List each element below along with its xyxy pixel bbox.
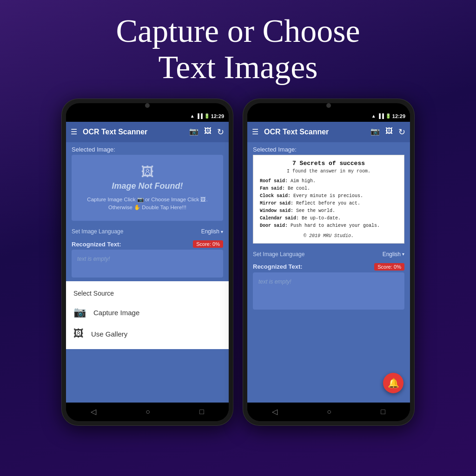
text-area-right: text is empty! <box>253 272 404 310</box>
screen-content-left: Selected Image: 🖼 Image Not Found! Captu… <box>66 142 229 403</box>
use-gallery-label: Use Gallery <box>91 330 127 338</box>
camera-icon-left[interactable]: 📷 <box>189 127 198 137</box>
language-dropdown-right[interactable]: English ▾ <box>383 251 404 258</box>
ocr-quotes: Roof said: Aim high. Fan said: Be cool. … <box>260 178 397 230</box>
use-gallery-item[interactable]: 🖼 Use Gallery <box>66 323 229 344</box>
image-area-left[interactable]: 🖼 Image Not Found! Capture Image Click 📷… <box>72 155 223 221</box>
recog-label-right: Recognized Text: <box>253 263 303 270</box>
chevron-down-icon-right: ▾ <box>402 251 404 257</box>
app-title-left: OCR Text Scanner <box>83 128 189 136</box>
headline-line1: Capture or Choose <box>116 13 360 49</box>
text-placeholder-right: text is empty! <box>258 278 291 285</box>
app-title-right: OCR Text Scanner <box>264 128 370 136</box>
language-label-right: Set Image Language <box>253 251 304 258</box>
camera-icon-bs: 📷 <box>73 306 86 318</box>
menu-icon-left[interactable]: ☰ <box>71 127 77 136</box>
quote-3: Clock said: Every minute is precious. <box>260 192 397 200</box>
app-bar-right: ☰ OCR Text Scanner 📷 🖼 ↻ <box>247 122 410 142</box>
signal-icon-right: ▐▐ <box>377 113 384 119</box>
status-icons-left: ▲ ▐▐ 🔋 12:29 <box>190 113 224 119</box>
selected-image-label-right: Selected Image: <box>247 142 410 155</box>
recog-header-right: Recognized Text: Score: 0% <box>247 261 410 272</box>
language-dropdown-left[interactable]: English ▾ <box>201 228 223 235</box>
language-row-left: Set Image Language English ▾ <box>66 225 229 238</box>
wifi-icon-right: ▲ <box>371 113 376 119</box>
ocr-image-content: 7 Secrets of success I found the answer … <box>253 155 404 244</box>
language-value-left: English <box>201 228 219 235</box>
quote-6: Calendar said: Be up-to-date. <box>260 215 397 222</box>
gallery-icon-right[interactable]: 🖼 <box>385 127 393 137</box>
phones-container: ▲ ▐▐ 🔋 12:29 ☰ OCR Text Scanner 📷 🖼 ↻ Se… <box>61 99 415 426</box>
recog-label-left: Recognized Text: <box>72 241 121 248</box>
language-label-left: Set Image Language <box>72 228 123 235</box>
app-bar-left: ☰ OCR Text Scanner 📷 🖼 ↻ <box>66 122 229 142</box>
recog-header-left: Recognized Text: Score: 0% <box>66 238 229 250</box>
nav-bar-right: ◁ ○ □ <box>247 403 410 421</box>
recents-btn-right[interactable]: □ <box>381 408 385 416</box>
capture-image-label: Capture Image <box>93 309 139 317</box>
refresh-icon-left[interactable]: ↻ <box>217 127 224 137</box>
fab-button[interactable]: 🔔 <box>383 373 403 393</box>
language-value-right: English <box>383 251 401 258</box>
quote-2: Fan said: Be cool. <box>260 185 397 192</box>
status-bar-left: ▲ ▐▐ 🔋 12:29 <box>66 111 229 122</box>
image-not-found: 🖼 Image Not Found! <box>112 164 183 191</box>
camera-icon-right[interactable]: 📷 <box>370 127 380 137</box>
gallery-icon-left[interactable]: 🖼 <box>204 127 212 137</box>
back-btn-left[interactable]: ◁ <box>91 407 96 416</box>
home-btn-right[interactable]: ○ <box>327 408 331 416</box>
camera-dot-left <box>145 103 150 108</box>
quote-1: Roof said: Aim high. <box>260 178 397 185</box>
image-not-found-text: Image Not Found! <box>112 181 183 191</box>
selected-image-label-left: Selected Image: <box>66 142 229 155</box>
text-placeholder-left: text is empty! <box>77 256 110 262</box>
app-bar-icons-left: 📷 🖼 ↻ <box>189 127 224 137</box>
time-left: 12:29 <box>211 113 224 119</box>
language-row-right: Set Image Language English ▾ <box>247 247 410 261</box>
recents-btn-left[interactable]: □ <box>199 408 204 416</box>
phone-right: ▲ ▐▐ 🔋 12:29 ☰ OCR Text Scanner 📷 🖼 ↻ Se… <box>243 99 415 426</box>
ocr-copyright: © 2019 MRU Studio. <box>260 233 397 238</box>
wifi-icon: ▲ <box>190 113 195 119</box>
text-area-left: text is empty! <box>72 250 223 278</box>
menu-icon-right[interactable]: ☰ <box>252 127 258 136</box>
home-btn-left[interactable]: ○ <box>145 408 150 416</box>
refresh-icon-right[interactable]: ↻ <box>398 127 405 137</box>
ocr-subtitle: I found the answer in my room. <box>260 169 397 174</box>
status-icons-right: ▲ ▐▐ 🔋 12:29 <box>371 113 405 119</box>
nav-bar-left: ◁ ○ □ <box>66 403 229 421</box>
quote-5: Window said: See the world. <box>260 207 397 215</box>
phone-left: ▲ ▐▐ 🔋 12:29 ☰ OCR Text Scanner 📷 🖼 ↻ Se… <box>61 99 233 426</box>
back-btn-right[interactable]: ◁ <box>272 407 278 416</box>
quote-4: Mirror said: Reflect before you act. <box>260 200 397 207</box>
fab-icon: 🔔 <box>388 377 399 389</box>
bottom-sheet-title: Select Source <box>66 286 229 302</box>
broken-image-icon: 🖼 <box>141 164 154 179</box>
gallery-icon-bs: 🖼 <box>73 328 84 340</box>
quote-7: Door said: Push hard to achieve your goa… <box>260 222 397 230</box>
image-hint: Capture Image Click 📷 or Choose Image Cl… <box>81 196 214 212</box>
headline: Capture or Choose Text Images <box>107 0 370 94</box>
battery-icon: 🔋 <box>204 113 210 119</box>
battery-icon-right: 🔋 <box>385 113 391 119</box>
time-right: 12:29 <box>392 113 405 119</box>
capture-image-item[interactable]: 📷 Capture Image <box>66 302 229 323</box>
ocr-title: 7 Secrets of success <box>260 160 397 167</box>
score-badge-right: Score: 0% <box>374 263 404 271</box>
app-bar-icons-right: 📷 🖼 ↻ <box>370 127 405 137</box>
headline-line2: Text Images <box>116 49 360 86</box>
bottom-sheet: Select Source 📷 Capture Image 🖼 Use Gall… <box>66 281 229 349</box>
status-bar-right: ▲ ▐▐ 🔋 12:29 <box>247 111 410 122</box>
chevron-down-icon-left: ▾ <box>221 229 223 234</box>
image-area-right: 7 Secrets of success I found the answer … <box>253 155 404 244</box>
screen-content-right: Selected Image: 7 Secrets of success I f… <box>247 142 410 403</box>
score-badge-left: Score: 0% <box>193 240 223 248</box>
signal-icon: ▐▐ <box>196 113 203 119</box>
camera-dot-right <box>326 103 331 108</box>
